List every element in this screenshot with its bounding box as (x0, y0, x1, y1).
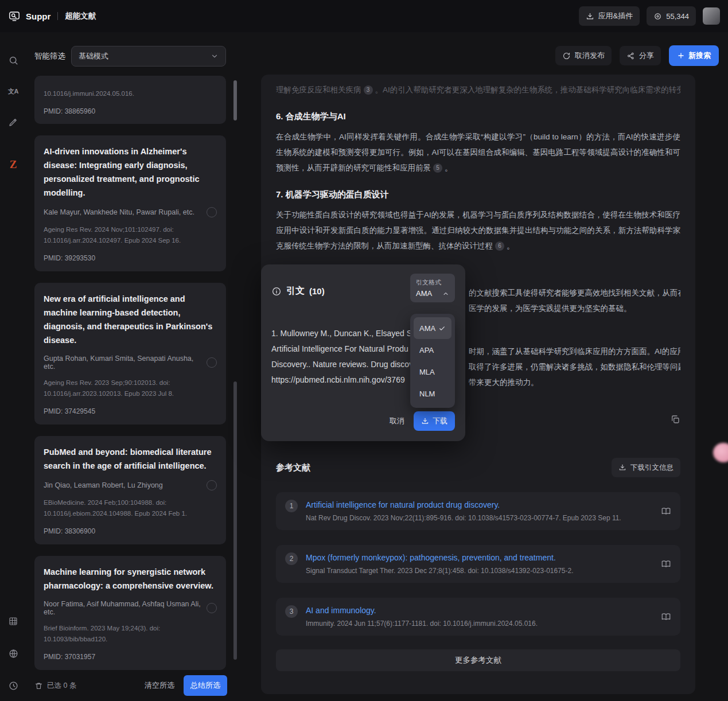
section-heading: 7. 机器学习驱动的蛋白质设计 (276, 189, 680, 200)
paper-checkbox[interactable] (207, 480, 217, 490)
product-name: 超能文献 (65, 11, 96, 21)
reference-link[interactable]: Artificial intelligence for natural prod… (306, 500, 500, 509)
scrollbar-thumb-top[interactable] (233, 80, 237, 120)
filter-mode-select[interactable]: 基础模式 (71, 46, 226, 67)
grid-icon[interactable] (7, 615, 20, 628)
citation-badge[interactable]: 6 (495, 242, 504, 251)
paper-checkbox[interactable] (207, 357, 217, 368)
history-icon[interactable] (7, 679, 20, 692)
citation-badge[interactable]: 3 (364, 85, 373, 95)
icon-rail: 文A Z (0, 32, 26, 701)
format-value: AMA (416, 289, 432, 298)
filter-label: 智能筛选 (34, 51, 65, 61)
book-icon[interactable] (661, 506, 671, 516)
paper-pmid: PMID: 38306900 (44, 527, 217, 535)
refresh-icon (562, 52, 571, 60)
plus-icon (677, 52, 685, 60)
clear-selection-button[interactable]: 清空所选 (145, 680, 174, 691)
citation-preview: 1. Mullowney M., Duncan K., Elsayed S., … (271, 326, 416, 388)
reference-number: 1 (285, 500, 298, 512)
paper-authors: Gupta Rohan, Kumari Smita, Senapati Anus… (44, 355, 201, 371)
references-header: 参考文献 下载引文信息 (276, 458, 680, 477)
citation-badge[interactable]: 5 (433, 163, 442, 173)
paper-title: PubMed and beyond: biomedical literature… (44, 445, 217, 473)
format-option-nlm[interactable]: NLM (414, 383, 451, 404)
paper-pmid: PMID: 39293530 (44, 254, 217, 262)
chevron-down-icon (211, 52, 219, 60)
format-option-ama[interactable]: AMA (414, 317, 451, 339)
search-icon[interactable] (7, 54, 20, 67)
download-tray-icon (586, 12, 594, 21)
translate-icon[interactable]: 文A (7, 85, 20, 98)
new-search-button[interactable]: 新搜索 (669, 45, 719, 66)
book-icon[interactable] (661, 559, 671, 569)
download-icon (421, 417, 429, 425)
reference-number: 2 (285, 552, 298, 565)
paper-card[interactable]: PubMed and beyond: biomedical literature… (34, 436, 226, 544)
share-button[interactable]: 分享 (620, 46, 661, 65)
paper-authors: Jin Qiao, Leaman Robert, Lu Zhiyong (44, 481, 163, 489)
brand: Suppr 超能文献 (8, 10, 96, 22)
trash-icon (34, 681, 43, 690)
download-button[interactable]: 下载 (414, 411, 455, 431)
scrollbar-thumb[interactable] (233, 381, 237, 660)
paper-authors: Noor Fatima, Asif Muhammad, Ashfaq Usman… (44, 600, 201, 616)
paper-card[interactable]: AI-driven innovations in Alzheimer's dis… (34, 135, 226, 271)
paper-journal: Ageing Res Rev. 2023 Sep;90:102013. doi:… (44, 377, 217, 399)
format-label: 引文格式 (416, 278, 449, 287)
brand-divider (57, 12, 58, 20)
reference-link[interactable]: AI and immunology. (306, 606, 376, 615)
paper-title: AI-driven innovations in Alzheimer's dis… (44, 145, 217, 200)
zotero-icon[interactable]: Z (7, 158, 20, 171)
reference-row: 2 Mpox (formerly monkeypox): pathogenesi… (276, 545, 680, 583)
selected-count: 已选 0 条 (34, 681, 76, 691)
paper-card[interactable]: New era of artificial intelligence and m… (34, 283, 226, 425)
pen-icon[interactable] (7, 116, 20, 128)
paper-pmid: PMID: 37031957 (44, 653, 217, 661)
scrollbar-track[interactable] (233, 75, 237, 664)
reference-meta: Nat Rev Drug Discov. 2023 Nov;22(11):895… (306, 514, 653, 523)
download-citations-button[interactable]: 下载引文信息 (612, 458, 680, 477)
reference-meta: Signal Transduct Target Ther. 2023 Dec 2… (306, 567, 653, 575)
globe-icon[interactable] (7, 647, 20, 660)
section-body: 在合成生物学中，AI同样发挥着关键作用。合成生物学采取“构建以学习”（build… (276, 129, 680, 176)
apps-plugins-button[interactable]: 应用&插件 (579, 6, 640, 26)
citation-format-menu: AMA APA MLA NLM (410, 314, 455, 408)
main-actions: 取消发布 分享 新搜索 (555, 45, 719, 66)
paper-card-partial[interactable]: 10.1016/j.immuni.2024.05.016. PMID: 3886… (34, 76, 226, 124)
citation-format-select[interactable]: 引文格式 AMA (410, 274, 455, 302)
format-option-apa[interactable]: APA (414, 339, 451, 361)
pink-cursor-blob (713, 443, 728, 462)
reference-row: 3 AI and immunology. Immunity. 2024 Jun … (276, 598, 680, 636)
check-icon (438, 325, 446, 332)
paper-checkbox[interactable] (207, 603, 217, 613)
format-option-mla[interactable]: MLA (414, 361, 451, 383)
filter-row: 智能筛选 基础模式 (26, 32, 235, 75)
cancel-button[interactable]: 取消 (390, 416, 404, 426)
paper-title: Machine learning for synergistic network… (44, 565, 217, 593)
download-icon (618, 464, 626, 472)
selection-footer: 已选 0 条 清空所选 总结所选 (26, 670, 235, 701)
reference-number: 3 (285, 605, 298, 618)
paper-doi: 10.1016/j.immuni.2024.05.016. (44, 88, 217, 99)
apps-plugins-label: 应用&插件 (598, 11, 633, 21)
avatar[interactable] (703, 7, 720, 25)
more-references-button[interactable]: 更多参考文献 (276, 649, 680, 671)
rail-bottom-group (7, 595, 20, 692)
info-icon (271, 286, 282, 297)
cancel-publish-button[interactable]: 取消发布 (555, 46, 612, 65)
credits-button[interactable]: 55,344 (647, 6, 696, 26)
chevron-up-icon (442, 290, 449, 297)
citation-modal: 引文 (10) 引文格式 AMA AMA APA MLA NLM 1. Mull… (261, 264, 465, 441)
copy-icon[interactable] (670, 414, 680, 425)
book-icon[interactable] (661, 612, 671, 622)
paper-journal: Ageing Res Rev. 2024 Nov;101:102497. doi… (44, 224, 217, 246)
app-logo-icon (8, 10, 21, 22)
filter-mode-value: 基础模式 (79, 51, 108, 61)
paper-card[interactable]: Machine learning for synergistic network… (34, 556, 226, 670)
summarize-selection-button[interactable]: 总结所选 (184, 675, 227, 696)
paper-checkbox[interactable] (207, 207, 217, 217)
reference-link[interactable]: Mpox (formerly monkeypox): pathogenesis,… (306, 553, 556, 562)
doc-intro-line: 理解免疫反应和相关疾病3。AI的引入帮助研究者更深入地理解复杂的生物系统，推动基… (276, 83, 680, 98)
paper-list-panel: 智能筛选 基础模式 10.1016/j.immuni.2024.05.016. … (26, 32, 235, 701)
